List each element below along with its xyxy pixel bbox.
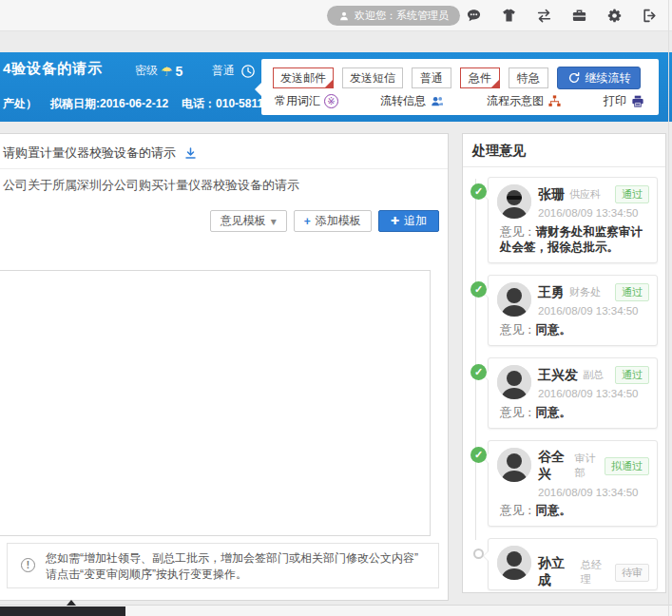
refresh-icon	[567, 71, 581, 85]
status-badge: 通过	[615, 366, 649, 384]
opinion-card: 孙立成 总经理 待审	[488, 538, 658, 590]
opinion-editor[interactable]	[0, 270, 431, 536]
status-badge: 拟通过	[605, 457, 649, 475]
status-badge: 通过	[615, 185, 649, 203]
priority-normal-button[interactable]: 普通	[412, 67, 451, 88]
circled-word-icon: ※	[324, 94, 338, 108]
opinion-label: 意见：	[500, 406, 536, 419]
opinion-label: 意见：	[500, 225, 536, 239]
approval-date: 2016/08/09 13:34:50	[538, 388, 649, 399]
approval-date: 2016/08/09 13:34:50	[538, 207, 649, 219]
approver-name: 孙立成	[538, 555, 576, 589]
transfer-arrows-icon[interactable]	[536, 8, 552, 24]
notice-line-1: 您如需“增加社领导、副总工批示，增加会签部门或相关部门修改公文内容”	[46, 550, 418, 567]
people-icon	[430, 94, 445, 108]
approver-dept: 供应科	[569, 187, 601, 202]
divider	[0, 168, 448, 169]
settings-gear-icon[interactable]	[606, 8, 623, 24]
status-badge: 通过	[615, 283, 649, 301]
approved-check-icon: ✓	[470, 183, 487, 200]
org-fragment: 产处）	[3, 96, 37, 112]
sitemap-icon	[547, 94, 562, 108]
priority-extra-urgent-button[interactable]: 特急	[509, 67, 548, 88]
approved-check-icon: ✓	[470, 281, 487, 298]
secrecy-level: 密级 ☂ 5	[135, 63, 182, 79]
send-mail-button[interactable]: 发送邮件	[273, 67, 334, 88]
printer-icon	[630, 94, 645, 108]
approver-name: 王勇	[538, 284, 565, 301]
document-main-title: 公司关于所属深圳分公司购买计量仪器校验设备的请示	[3, 177, 299, 194]
document-title: 4验设备的请示	[3, 60, 103, 78]
opinion-content: 同意。	[536, 323, 572, 337]
approval-date: 2016/08/09 13:34:50	[538, 487, 649, 498]
umbrella-icon: ☂	[161, 64, 173, 79]
attachment-title: 请购置计量仪器校验设备的请示	[3, 144, 176, 162]
opinion-card: ✓ 王勇 财务处 通过 2016/08/09 13:34:50 意见：同意。	[488, 275, 658, 346]
plus-icon: +	[304, 215, 311, 228]
opinion-template-dropdown[interactable]: 意见模板 ▾	[210, 210, 287, 232]
opinion-label: 意见：	[500, 323, 536, 337]
opinions-panel: 处理意见 ✓ 张珊 供应科 通过 2016/08/09 13:34:50 意见：…	[462, 133, 666, 593]
approver-dept: 副总	[583, 368, 604, 382]
theme-shirt-icon[interactable]	[501, 8, 517, 24]
topbar-icon-group	[466, 8, 658, 24]
avatar	[497, 365, 531, 399]
approval-date: 2016/08/09 13:34:50	[538, 305, 649, 317]
opinion-toolbar: 意见模板 ▾ + 添加模板 ✚ 追加	[210, 210, 439, 232]
pending-circle-icon	[473, 549, 484, 559]
opinion-content: 同意。	[536, 406, 572, 419]
chat-icon[interactable]	[466, 8, 482, 24]
notice-line-2: 请点击“变更审阅顺序”按执行变更操作。	[46, 567, 418, 583]
taskbar-fragment	[0, 606, 125, 616]
taskbar-arrow-icon	[67, 600, 76, 606]
opinion-card: ✓ 王兴发 副总 通过 2016/08/09 13:34:50 意见：同意。	[488, 357, 658, 429]
approval-timeline: ✓ 张珊 供应科 通过 2016/08/09 13:34:50 意见：请财务处和…	[463, 167, 665, 593]
flow-mode: 普通	[212, 63, 256, 79]
common-words-link[interactable]: 常用词汇 ※	[275, 93, 338, 109]
flow-diagram-link[interactable]: 流程示意图	[487, 93, 562, 109]
opinion-card: ✓ 张珊 供应科 通过 2016/08/09 13:34:50 意见：请财务处和…	[488, 177, 658, 263]
approver-name: 王兴发	[538, 367, 578, 384]
right-edge-line	[668, 0, 669, 616]
user-icon	[338, 10, 350, 22]
document-panel: 请购置计量仪器校验设备的请示 公司关于所属深圳分公司购买计量仪器校验设备的请示 …	[0, 133, 449, 601]
approved-check-icon: ✓	[470, 364, 487, 380]
approver-dept: 审计部	[575, 452, 600, 480]
top-bar: 欢迎您：系统管理员	[0, 0, 672, 31]
opinion-label: 意见：	[500, 504, 536, 517]
avatar	[497, 184, 531, 219]
welcome-text: 欢迎您：系统管理员	[355, 9, 449, 23]
print-link[interactable]: 打印	[604, 93, 645, 109]
approver-dept: 财务处	[569, 285, 601, 299]
approver-name: 张珊	[538, 186, 565, 203]
clock-icon	[240, 64, 256, 79]
action-link-row: 常用词汇 ※ 流转信息 流程示意图 打印	[275, 93, 645, 109]
opinion-card: ✓ 谷全兴 审计部 拟通过 2016/08/09 13:34:50 意见：同意。	[488, 440, 658, 527]
continue-flow-button[interactable]: 继续流转	[557, 67, 641, 89]
download-icon[interactable]	[183, 146, 198, 161]
approved-check-icon: ✓	[470, 447, 487, 463]
document-meta-row: 产处） 拟稿日期:2016-06-2-12 电话：010-581112568	[3, 96, 295, 112]
logout-icon[interactable]	[642, 8, 658, 24]
flow-info-link[interactable]: 流转信息	[380, 93, 445, 109]
draft-date: 拟稿日期:2016-06-2-12	[50, 96, 168, 112]
status-badge: 待审	[615, 564, 649, 582]
action-button-row: 发送邮件 发送短信 普通 急件 特急 继续流转	[273, 67, 641, 89]
opinion-content: 同意。	[536, 504, 572, 517]
info-icon: !	[21, 558, 35, 572]
briefcase-icon[interactable]	[571, 8, 587, 24]
add-template-button[interactable]: + 添加模板	[294, 210, 372, 232]
append-plus-icon: ✚	[391, 215, 399, 227]
avatar	[497, 546, 531, 580]
priority-urgent-button[interactable]: 急件	[460, 67, 500, 88]
approver-name: 谷全兴	[538, 449, 570, 483]
approver-dept: 总经理	[581, 558, 610, 587]
timeline-line	[475, 179, 476, 540]
send-sms-button[interactable]: 发送短信	[342, 67, 403, 88]
notice-box: ! 您如需“增加社领导、副总工批示，增加会签部门或相关部门修改公文内容” 请点击…	[7, 543, 439, 588]
document-header: 4验设备的请示 密级 ☂ 5 普通 产处） 拟稿日期:2016-06-2-12 …	[0, 52, 672, 122]
welcome-user-pill[interactable]: 欢迎您：系统管理员	[327, 6, 460, 26]
append-button[interactable]: ✚ 追加	[378, 210, 439, 232]
avatar	[497, 282, 531, 317]
opinions-header: 处理意见	[463, 134, 665, 167]
